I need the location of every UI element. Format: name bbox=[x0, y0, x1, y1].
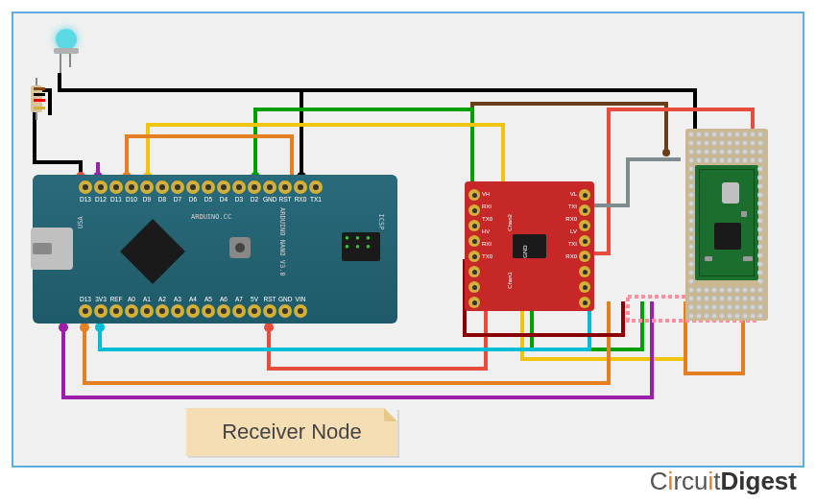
svg-point-8 bbox=[80, 323, 89, 332]
icsp-label: ICSP bbox=[378, 214, 386, 230]
chan2-label: Chan2 bbox=[507, 214, 513, 231]
rf-chip bbox=[714, 223, 741, 250]
circuit-diagram: USA ARDUINO.CC ARDUINO NANO V3.0 ICSP D1… bbox=[0, 0, 816, 504]
resistor-component bbox=[28, 79, 45, 119]
pin-labels-bottom: D133V3REFA0A1A2A3A4A5A6A75VRSTGNDVIN bbox=[79, 296, 307, 302]
led-anode bbox=[60, 54, 61, 73]
watermark-logo: CircuitDigest bbox=[650, 467, 797, 496]
protoboard bbox=[685, 129, 768, 321]
crystal bbox=[722, 182, 739, 204]
arduino-nano: USA ARDUINO.CC ARDUINO NANO V3.0 ICSP D1… bbox=[33, 175, 397, 324]
pin-header-bottom bbox=[79, 304, 307, 318]
icsp-header bbox=[342, 232, 380, 261]
lvl-chip bbox=[513, 234, 546, 258]
led-component bbox=[52, 29, 81, 77]
svg-point-7 bbox=[95, 323, 105, 332]
svg-point-6 bbox=[264, 323, 274, 332]
chan1-label: Chan1 bbox=[507, 272, 513, 289]
board-model: ARDUINO NANO V3.0 bbox=[278, 207, 286, 276]
led-bulb bbox=[56, 29, 77, 50]
pin-labels-top: D13D12D11D10D9D8D7D6D5D4D3D2GNDRSTRX0TX1 bbox=[79, 196, 323, 203]
rfm-module bbox=[695, 165, 758, 280]
resistor-body bbox=[31, 85, 42, 112]
atmega-chip bbox=[120, 219, 185, 284]
lvl-labels-left: VHRXITX0HVRXITX0 bbox=[482, 191, 492, 259]
led-base bbox=[54, 48, 79, 54]
svg-point-9 bbox=[59, 323, 68, 332]
title-text: Receiver Node bbox=[222, 420, 362, 444]
reset-button bbox=[229, 237, 251, 258]
pin-header-top bbox=[79, 180, 323, 194]
lvl-pins-left bbox=[468, 189, 480, 308]
led-cathode bbox=[69, 54, 71, 67]
gnd-label: GND bbox=[522, 245, 528, 257]
lvl-labels-right: VLTXIRX0LVTXIRX0 bbox=[565, 191, 577, 259]
usb-port bbox=[31, 228, 73, 270]
lvl-pins-right bbox=[579, 189, 590, 308]
usa-mark: USA bbox=[77, 216, 84, 228]
svg-point-14 bbox=[662, 149, 670, 156]
diagram-content: USA ARDUINO.CC ARDUINO NANO V3.0 ICSP D1… bbox=[13, 13, 803, 466]
level-converter: VHRXITX0HVRXITX0 VLTXIRX0LVTXIRX0 Chan1 … bbox=[465, 181, 594, 311]
diagram-title-note: Receiver Node bbox=[186, 408, 397, 456]
arduino-label: ARDUINO.CC bbox=[191, 213, 231, 221]
